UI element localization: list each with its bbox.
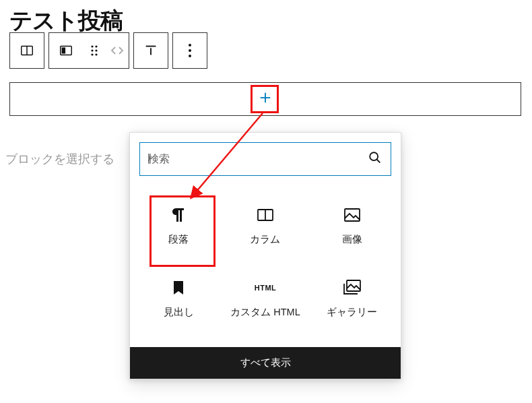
svg-point-4	[91, 45, 93, 47]
block-inserter-popup: | 検索 段落 カラム	[129, 132, 401, 379]
block-label: ギャラリー	[327, 306, 377, 319]
search-icon	[368, 150, 383, 168]
svg-point-8	[91, 53, 93, 55]
drag-handle[interactable]	[83, 33, 106, 68]
block-item-custom-html[interactable]: HTML カスタム HTML	[222, 262, 309, 335]
drag-handle-icon	[90, 44, 99, 57]
block-label: カスタム HTML	[230, 306, 300, 319]
select-block-placeholder: ブロックを選択する	[5, 151, 114, 167]
vertical-align-button[interactable]	[134, 33, 168, 68]
left-right-icon	[110, 44, 125, 57]
svg-point-13	[189, 49, 191, 52]
columns-icon	[257, 206, 274, 224]
parent-block-button[interactable]	[10, 33, 44, 68]
column-icon	[59, 43, 73, 58]
block-label: 段落	[168, 233, 189, 246]
show-all-button[interactable]: すべて表示	[130, 347, 401, 379]
block-item-paragraph[interactable]: 段落	[135, 189, 222, 262]
toolbar-group-align	[133, 32, 168, 69]
block-item-image[interactable]: 画像	[308, 189, 395, 262]
gallery-icon	[343, 279, 362, 297]
svg-point-5	[95, 45, 97, 47]
svg-point-14	[189, 55, 191, 57]
svg-point-9	[95, 53, 97, 55]
text-caret: |	[147, 152, 150, 164]
bookmark-icon	[172, 279, 185, 297]
block-type-button[interactable]	[49, 33, 83, 68]
align-top-icon	[143, 43, 158, 58]
toolbar-group-parent	[9, 32, 44, 69]
block-item-gallery[interactable]: ギャラリー	[308, 262, 395, 335]
image-icon	[343, 206, 361, 224]
block-label: 画像	[342, 233, 362, 246]
search-placeholder: | 検索	[148, 152, 368, 166]
block-toolbar	[9, 32, 211, 69]
plus-icon	[258, 90, 273, 105]
html-icon: HTML	[255, 279, 277, 297]
columns-block-area[interactable]	[9, 82, 521, 116]
block-grid: 段落 カラム 画像 見出	[130, 185, 401, 347]
block-label: カラム	[250, 233, 280, 246]
search-input[interactable]: | 検索	[139, 142, 391, 176]
svg-point-12	[189, 44, 191, 46]
more-icon	[188, 43, 192, 58]
svg-rect-21	[345, 209, 360, 221]
svg-point-17	[370, 152, 378, 160]
more-options-button[interactable]	[173, 33, 207, 68]
svg-line-18	[377, 160, 380, 163]
search-row: | 検索	[130, 133, 401, 185]
columns-icon	[20, 43, 34, 58]
paragraph-icon	[172, 206, 185, 224]
svg-point-6	[91, 49, 93, 51]
svg-rect-3	[62, 47, 66, 53]
toolbar-group-more	[172, 32, 207, 69]
move-updown-button[interactable]	[106, 33, 129, 68]
toolbar-group-block	[48, 32, 129, 69]
add-block-button[interactable]	[258, 90, 273, 108]
block-item-columns[interactable]: カラム	[222, 189, 309, 262]
block-item-heading[interactable]: 見出し	[135, 262, 222, 335]
svg-point-7	[95, 49, 97, 51]
block-label: 見出し	[164, 306, 194, 319]
